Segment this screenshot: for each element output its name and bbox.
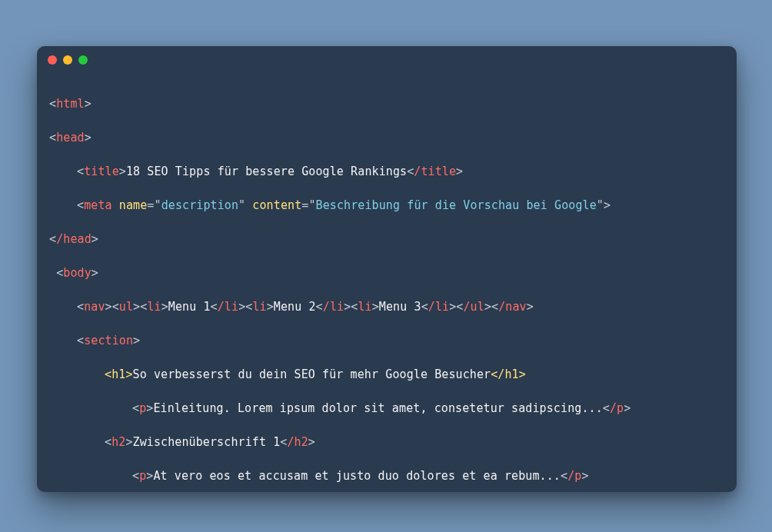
p2-text: At vero eos et accusam et justo duo dolo… [153, 469, 561, 483]
stage: <html> <head> <title>18 SEO Tipps für be… [0, 0, 772, 532]
tag-h2-close: /h2 [287, 435, 308, 449]
code-line: <head> [49, 129, 724, 146]
tag-ul-open: ul [119, 300, 133, 314]
code-line: <section> [49, 332, 724, 349]
menu-item-3: Menu 3 [379, 300, 421, 314]
tag-html-open: html [56, 97, 85, 111]
code-line: </head> [49, 231, 724, 248]
tag-title-close: /title [414, 165, 456, 178]
meta-content-value: Beschreibung für die Vorschau bei Google [316, 198, 597, 212]
tag-ul-close: /ul [463, 300, 484, 314]
tag-h1-close: /h1 [497, 367, 518, 381]
tag-meta: meta [84, 198, 112, 212]
code-line: <body> [49, 264, 724, 281]
code-line: <h2>Zwischenüberschrift 1</h2> [49, 434, 724, 451]
tag-p-open: p [139, 469, 146, 483]
h2-text: Zwischenüberschrift 1 [133, 435, 281, 449]
tag-li-close: /li [323, 300, 344, 314]
tag-li-open: li [252, 300, 266, 314]
tag-h1-open: h1 [111, 367, 125, 381]
menu-item-2: Menu 2 [274, 300, 316, 314]
tag-section-open: section [84, 334, 133, 347]
tag-li-close: /li [428, 300, 449, 314]
zoom-icon[interactable] [78, 55, 88, 65]
code-line: <p>Einleitung. Lorem ipsum dolor sit ame… [49, 400, 724, 417]
tag-p-close: /p [567, 469, 581, 483]
code-line: <html> [49, 95, 724, 112]
tag-body-open: body [63, 266, 92, 280]
tag-h2-open: h2 [111, 435, 125, 449]
tag-nav-open: nav [84, 300, 105, 314]
code-line: <h1>So verbesserst du dein SEO für mehr … [49, 366, 724, 383]
code-line: <title>18 SEO Tipps für bessere Google R… [49, 163, 724, 180]
h1-text: So verbesserst du dein SEO für mehr Goog… [133, 367, 491, 381]
close-icon[interactable] [48, 55, 57, 65]
tag-p-open: p [139, 401, 146, 415]
meta-name-value: description [161, 198, 238, 212]
tag-head-open: head [56, 131, 85, 145]
menu-item-1: Menu 1 [168, 300, 211, 314]
code-line: <nav><ul><li>Menu 1</li><li>Menu 2</li><… [49, 298, 724, 315]
code-line: <meta name="description" content="Beschr… [49, 197, 724, 214]
code-window: <html> <head> <title>18 SEO Tipps für be… [37, 46, 737, 492]
attr-content: content [252, 198, 301, 212]
tag-p-close: /p [610, 401, 624, 415]
tag-li-open: li [358, 300, 371, 314]
tag-li-close: /li [218, 300, 238, 314]
code-area: <html> <head> <title>18 SEO Tipps für be… [37, 74, 737, 492]
tag-title-open: title [84, 165, 119, 178]
title-text: 18 SEO Tipps für bessere Google Rankings [126, 165, 407, 178]
tag-nav-close: /nav [498, 300, 527, 314]
p1-text: Einleitung. Lorem ipsum dolor sit amet, … [153, 401, 602, 415]
attr-name: name [119, 198, 148, 212]
window-titlebar [37, 46, 737, 74]
code-line: <p>At vero eos et accusam et justo duo d… [49, 467, 724, 484]
tag-li-open: li [147, 300, 161, 314]
minimize-icon[interactable] [63, 55, 72, 65]
tag-head-close: /head [56, 232, 92, 246]
